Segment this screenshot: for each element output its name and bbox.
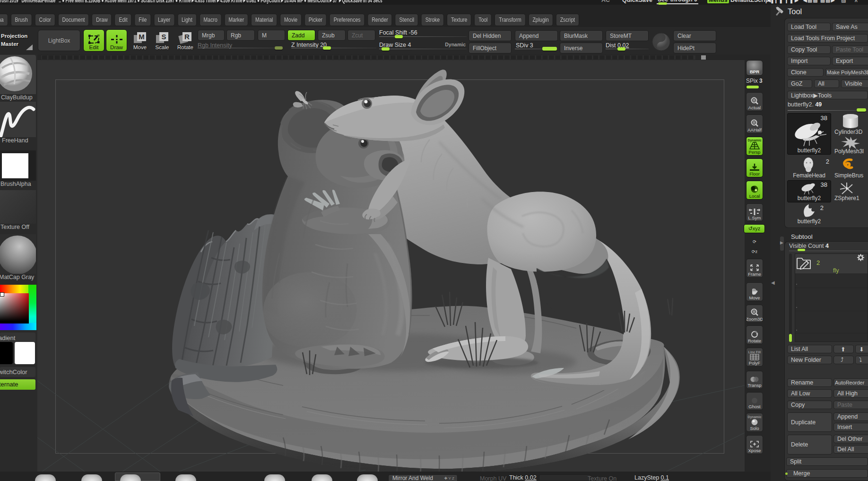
svg-text:38: 38 — [821, 114, 827, 122]
svg-text:S: S — [161, 33, 166, 41]
svg-text:38: 38 — [821, 181, 827, 188]
svg-text:M: M — [139, 33, 145, 41]
svg-text:R: R — [184, 33, 190, 41]
